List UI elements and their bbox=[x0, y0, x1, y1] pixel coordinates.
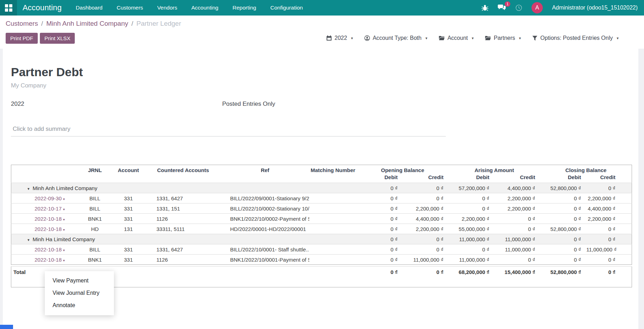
amount-cell: 0 ₫ bbox=[403, 234, 449, 244]
amount-cell: 11,000,000 ₫ bbox=[449, 234, 494, 244]
chevron-down-icon: ▾ bbox=[472, 36, 474, 41]
ref-cell: HD/2022/00001-HD/2022/00001 bbox=[221, 224, 309, 234]
amount-cell: 0 ₫ bbox=[357, 203, 403, 214]
posted-entries-label: Posted Entries Only bbox=[222, 100, 275, 108]
messages-icon[interactable]: 1 bbox=[498, 4, 506, 11]
options-filter[interactable]: Options: Posted Entries Only▾ bbox=[532, 35, 619, 41]
nav-menu-vendors[interactable]: Vendors bbox=[157, 5, 177, 11]
blue-corner-element bbox=[0, 325, 13, 329]
matching-number-cell bbox=[309, 203, 357, 214]
entry-date-dropdown[interactable]: 2022-09-30▾ bbox=[11, 193, 78, 203]
matching-number-cell bbox=[309, 214, 357, 224]
activities-clock-icon[interactable] bbox=[515, 4, 522, 11]
journal-cell: BNK1 bbox=[78, 214, 112, 224]
amount-cell: 0 ₫ bbox=[586, 224, 632, 234]
print-pdf-button[interactable]: Print PDF bbox=[6, 33, 38, 44]
entry-date-dropdown[interactable]: 2022-10-17▾ bbox=[11, 203, 78, 214]
ledger-row: 2022-10-17▾BILL3311331, 151BILL/2022/10/… bbox=[11, 203, 632, 214]
menu-item-view-journal-entry[interactable]: View Journal Entry bbox=[45, 287, 114, 299]
account-filter[interactable]: Account▾ bbox=[439, 35, 474, 41]
amount-cell: 57,200,000 ₫ bbox=[449, 183, 494, 193]
nav-menu-customers[interactable]: Customers bbox=[117, 5, 143, 11]
ref-cell: BILL/2022/09/0001-Stationary 9/2022 bbox=[221, 193, 309, 203]
collapse-caret-icon[interactable]: ▾ bbox=[28, 238, 30, 242]
entry-date-dropdown[interactable]: 2022-10-18▾ bbox=[11, 255, 78, 265]
amount-cell: 0 ₫ bbox=[540, 193, 586, 203]
app-name[interactable]: Accounting bbox=[23, 3, 62, 12]
amount-cell: 0 ₫ bbox=[494, 214, 540, 224]
partner-name-cell[interactable]: ▾Minh Ha Limited Company bbox=[11, 234, 357, 244]
ref-cell: BILL/2022/10/0001- Staff shuttle... bbox=[221, 244, 309, 255]
top-navbar: Accounting Dashboard Customers Vendors A… bbox=[0, 0, 644, 16]
entry-date-dropdown[interactable]: 2022-10-18▾ bbox=[11, 224, 78, 234]
nav-menu-accounting[interactable]: Accounting bbox=[192, 5, 219, 11]
amount-cell: 0 ₫ bbox=[357, 214, 403, 224]
summary-placeholder[interactable]: Click to add summary bbox=[11, 125, 446, 136]
amount-cell: 0 ₫ bbox=[494, 224, 540, 234]
menu-item-annotate[interactable]: Annotate bbox=[45, 299, 114, 311]
countered-accounts-cell: 1126 bbox=[145, 255, 221, 265]
amount-cell: 0 ₫ bbox=[357, 193, 403, 203]
avatar[interactable]: A bbox=[531, 2, 543, 13]
amount-cell: 11,000,000 ₫ bbox=[403, 255, 449, 265]
bug-icon[interactable] bbox=[481, 4, 488, 11]
journal-cell: BILL bbox=[78, 244, 112, 255]
collapse-caret-icon[interactable]: ▾ bbox=[28, 187, 30, 191]
entry-context-menu: View Payment View Journal Entry Annotate bbox=[45, 271, 114, 315]
col-opening-debit: Debit bbox=[357, 173, 403, 183]
amount-cell: 2,200,000 ₫ bbox=[403, 203, 449, 214]
amount-cell: 11,000,000 ₫ bbox=[449, 255, 494, 265]
breadcrumb-customers[interactable]: Customers bbox=[6, 20, 38, 27]
matching-number-cell bbox=[309, 244, 357, 255]
total-closing-credit: 0 ₫ bbox=[586, 267, 632, 287]
amount-cell: 0 ₫ bbox=[540, 255, 586, 265]
page-title: Partner Debt bbox=[11, 65, 632, 79]
amount-cell: 55,000,000 ₫ bbox=[449, 224, 494, 234]
amount-cell: 0 ₫ bbox=[540, 214, 586, 224]
amount-cell: 52,800,000 ₫ bbox=[540, 183, 586, 193]
col-arising-amount: Arising Amount bbox=[449, 165, 540, 174]
partner-name-cell[interactable]: ▾Minh Anh Limited Company bbox=[11, 183, 357, 193]
partner-group-row[interactable]: ▾Minh Anh Limited Company0 ₫0 ₫57,200,00… bbox=[11, 183, 632, 193]
apps-grid-icon bbox=[5, 4, 12, 12]
entry-date-dropdown[interactable]: 2022-10-18▾ bbox=[11, 214, 78, 224]
account-type-filter[interactable]: Account Type: Both▾ bbox=[364, 35, 427, 41]
journal-cell: BNK1 bbox=[78, 255, 112, 265]
nav-menu-dashboard[interactable]: Dashboard bbox=[76, 5, 103, 11]
nav-menu-reporting[interactable]: Reporting bbox=[232, 5, 256, 11]
breadcrumb-partner[interactable]: Minh Anh Limited Company bbox=[46, 20, 128, 27]
amount-cell: 0 ₫ bbox=[357, 234, 403, 244]
apps-menu-button[interactable] bbox=[0, 0, 17, 16]
amount-cell: 2,200,000 ₫ bbox=[586, 193, 632, 203]
folder-icon bbox=[485, 36, 491, 41]
partner-group-row[interactable]: ▾Minh Ha Limited Company0 ₫0 ₫11,000,000… bbox=[11, 234, 632, 244]
amount-cell: 11,000,000 ₫ bbox=[586, 244, 632, 255]
amount-cell: 0 ₫ bbox=[449, 203, 494, 214]
date-filter[interactable]: 2022▾ bbox=[326, 35, 353, 41]
ledger-row: 2022-10-18▾BILL3311331, 6427BILL/2022/10… bbox=[11, 244, 632, 255]
navbar-systray: 1 A Administrator (odoo15_15102022) bbox=[481, 2, 644, 13]
chevron-down-icon: ▾ bbox=[63, 248, 65, 252]
amount-cell: 0 ₫ bbox=[586, 183, 632, 193]
amount-cell: 0 ₫ bbox=[403, 183, 449, 193]
print-xlsx-button[interactable]: Print XLSX bbox=[40, 33, 75, 44]
amount-cell: 4,400,000 ₫ bbox=[494, 183, 540, 193]
chevron-down-icon: ▾ bbox=[63, 197, 65, 201]
matching-number-cell bbox=[309, 224, 357, 234]
journal-cell: HD bbox=[78, 224, 112, 234]
user-menu[interactable]: Administrator (odoo15_15102022) bbox=[552, 5, 638, 11]
filter-icon bbox=[532, 36, 537, 41]
countered-accounts-cell: 1331, 151 bbox=[145, 203, 221, 214]
ledger-row: 2022-10-18▾HD13133311, 5111HD/2022/00001… bbox=[11, 224, 632, 234]
ref-cell: BILL/2022/10/0002-Stationary 10/... bbox=[221, 203, 309, 214]
account-cell: 331 bbox=[112, 244, 145, 255]
amount-cell: 4,400,000 ₫ bbox=[403, 214, 449, 224]
menu-item-view-payment[interactable]: View Payment bbox=[45, 274, 114, 287]
partners-filter[interactable]: Partners▾ bbox=[485, 35, 521, 41]
entry-date-dropdown[interactable]: 2022-10-18▾ bbox=[11, 244, 78, 255]
nav-menu-configuration[interactable]: Configuration bbox=[270, 5, 303, 11]
amount-cell: 0 ₫ bbox=[449, 244, 494, 255]
amount-cell: 0 ₫ bbox=[357, 244, 403, 255]
col-opening-credit: Credit bbox=[403, 173, 449, 183]
countered-accounts-cell: 33311, 5111 bbox=[145, 224, 221, 234]
